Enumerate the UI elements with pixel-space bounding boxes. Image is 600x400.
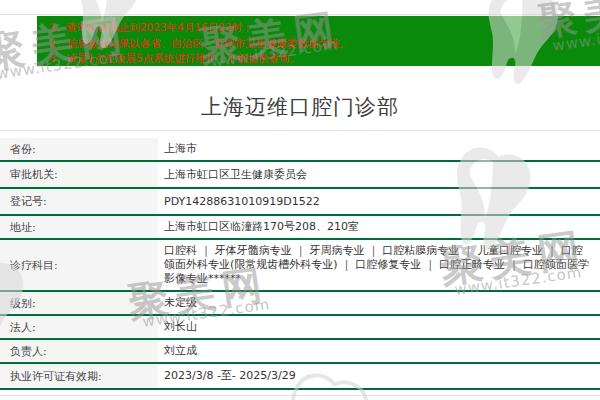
table-row: 登记号: PDY14288631010919D1522 (0, 189, 600, 216)
row-label: 省份: (0, 138, 158, 160)
notice-line: 1、查询数据截止到2023年4月16日22时； (49, 20, 594, 36)
notice-line: 3、凌晨1点至凌晨5点系统进行维护，不能提供查询。 (49, 51, 594, 67)
table-row: 负责人: 刘立成 (0, 340, 600, 364)
row-value: PDY14288631010919D1522 (158, 189, 600, 214)
table-row: 审批机关: 上海市虹口区卫生健康委员会 (0, 162, 600, 189)
notice-banner: 1、查询数据截止到2023年4月16日22时； 2、信息数据结果以各省、自治区、… (37, 16, 600, 66)
table-row: 级别: 未定级 (0, 292, 600, 316)
license-info-page: 1、查询数据截止到2023年4月16日22时； 2、信息数据结果以各省、自治区、… (0, 0, 600, 400)
table-row: 地址: 上海市虹口区临潼路170号208、210室 (0, 216, 600, 240)
row-value: 未定级 (158, 292, 600, 314)
notice-line: 2、信息数据结果以各省、自治区、直辖市卫生健康委数据为准。 (49, 36, 594, 52)
row-label: 负责人: (0, 340, 158, 362)
row-label: 执业许可证有效期: (0, 364, 158, 388)
table-row: 法人: 刘长山 (0, 316, 600, 340)
info-table: 省份: 上海市 审批机关: 上海市虹口区卫生健康委员会 登记号: PDY1428… (0, 138, 600, 390)
row-value: 上海市 (158, 138, 600, 160)
row-value: 2023/3/8 -至- 2025/3/29 (158, 364, 600, 388)
top-divider (0, 14, 600, 15)
row-value: 上海市虹口区卫生健康委员会 (158, 162, 600, 187)
row-value: 口腔科 ｜ 牙体牙髓病专业 ｜ 牙周病专业 ｜ 口腔粘膜病专业 ｜ 儿童口腔专业… (158, 240, 600, 290)
row-label: 地址: (0, 216, 158, 238)
page-title: 上海迈维口腔门诊部 (0, 93, 600, 121)
row-label: 审批机关: (0, 162, 158, 187)
table-row: 执业许可证有效期: 2023/3/8 -至- 2025/3/29 (0, 364, 600, 390)
row-value: 上海市虹口区临潼路170号208、210室 (158, 216, 600, 238)
table-top-divider (0, 130, 600, 131)
row-label: 登记号: (0, 189, 158, 214)
row-label: 诊疗科目: (0, 240, 158, 290)
row-value: 刘长山 (158, 316, 600, 338)
row-label: 级别: (0, 292, 158, 314)
table-row: 诊疗科目: 口腔科 ｜ 牙体牙髓病专业 ｜ 牙周病专业 ｜ 口腔粘膜病专业 ｜ … (0, 240, 600, 292)
row-value: 刘立成 (158, 340, 600, 362)
table-row: 省份: 上海市 (0, 138, 600, 162)
row-label: 法人: (0, 316, 158, 338)
bottom-divider (0, 395, 600, 396)
